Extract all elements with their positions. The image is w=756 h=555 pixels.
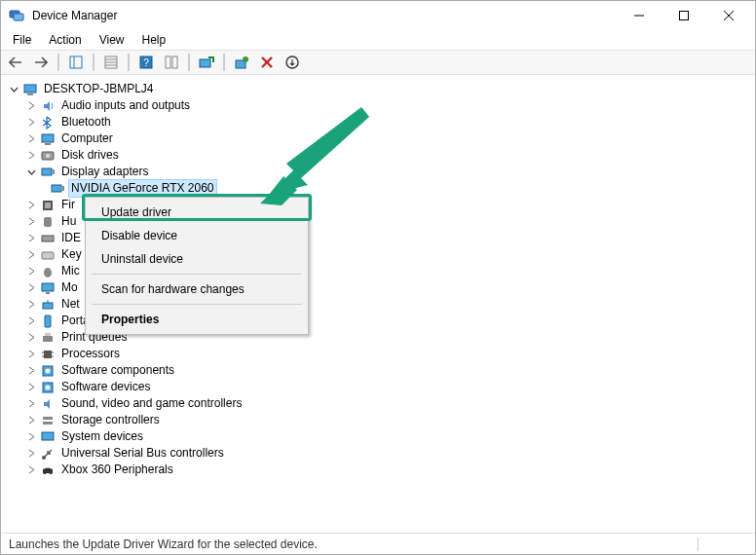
tree-category[interactable]: Software components: [7, 362, 755, 379]
svg-point-18: [243, 56, 248, 62]
expand-icon[interactable]: [24, 281, 38, 295]
properties-button[interactable]: [100, 52, 122, 73]
maximize-button[interactable]: [662, 1, 706, 30]
menu-action[interactable]: Action: [41, 31, 89, 49]
toolbar-separator: [93, 54, 94, 71]
expand-icon[interactable]: [24, 99, 38, 113]
app-icon: [9, 8, 24, 23]
expand-icon[interactable]: [24, 199, 38, 212]
context-menu-separator: [92, 274, 302, 275]
svg-point-53: [46, 385, 51, 389]
expand-icon[interactable]: [24, 116, 38, 130]
context-menu-uninstall-device[interactable]: Uninstall device: [88, 247, 306, 271]
svg-rect-55: [43, 422, 53, 425]
svg-rect-42: [45, 315, 51, 327]
svg-rect-23: [27, 93, 33, 95]
svg-rect-44: [45, 333, 51, 336]
expand-icon[interactable]: [24, 215, 38, 229]
ide-icon: [40, 231, 56, 246]
root-label: DESKTOP-JBMPLJ4: [42, 81, 155, 97]
minimize-button[interactable]: [617, 1, 662, 30]
expand-icon[interactable]: [24, 314, 38, 328]
expand-icon[interactable]: [24, 132, 38, 146]
expand-icon[interactable]: [24, 248, 38, 262]
svg-rect-33: [45, 203, 51, 208]
device-tree[interactable]: DESKTOP-JBMPLJ4 Audio inputs and outputs…: [1, 75, 755, 533]
svg-rect-39: [46, 292, 50, 294]
expand-icon[interactable]: [24, 348, 38, 361]
tree-category-display-adapters[interactable]: Display adapters: [7, 164, 755, 180]
software-icon: [40, 380, 56, 395]
collapse-icon[interactable]: [24, 166, 38, 179]
menu-help[interactable]: Help: [134, 31, 174, 49]
toolbar-separator: [57, 54, 59, 71]
tree-category[interactable]: Disk drives: [7, 147, 755, 164]
expand-icon[interactable]: [24, 430, 38, 444]
forward-button[interactable]: [30, 52, 52, 73]
context-menu-update-driver[interactable]: Update driver: [88, 201, 306, 224]
close-button[interactable]: [706, 1, 751, 30]
expand-icon[interactable]: [24, 463, 38, 477]
mouse-icon: [40, 264, 56, 279]
software-icon: [40, 363, 56, 379]
menubar: File Action View Help: [1, 30, 755, 50]
disk-icon: [40, 148, 56, 164]
svg-rect-14: [166, 56, 170, 68]
tree-category[interactable]: Universal Serial Bus controllers: [7, 445, 755, 462]
back-button[interactable]: [5, 52, 26, 73]
svg-rect-29: [53, 169, 55, 174]
expand-icon[interactable]: [24, 298, 38, 312]
svg-rect-35: [42, 236, 54, 241]
tree-device-gpu[interactable]: NVIDIA GeForce RTX 2060: [7, 180, 755, 197]
device-manager-window: Device Manager File Action View Help ?: [0, 0, 756, 555]
tree-category[interactable]: Storage controllers: [7, 412, 755, 428]
tree-category[interactable]: Sound, video and game controllers: [7, 395, 755, 412]
expand-icon[interactable]: [24, 381, 38, 394]
status-text: Launches the Update Driver Wizard for th…: [9, 537, 318, 551]
tree-category[interactable]: Xbox 360 Peripherals: [7, 462, 755, 478]
window-title: Device Manager: [32, 9, 117, 22]
uninstall-button[interactable]: [256, 52, 278, 73]
expand-icon[interactable]: [24, 364, 38, 378]
expand-icon[interactable]: [24, 414, 38, 427]
svg-rect-43: [43, 336, 53, 342]
svg-rect-34: [44, 217, 52, 227]
tree-category[interactable]: Software devices: [7, 379, 755, 395]
svg-rect-45: [44, 351, 52, 358]
toolbar-separator: [128, 54, 130, 71]
statusbar: Launches the Update Driver Wizard for th…: [1, 533, 755, 554]
collapse-icon[interactable]: [7, 83, 20, 96]
context-menu-separator: [92, 304, 302, 305]
tree-category[interactable]: Computer: [7, 130, 755, 147]
context-menu-scan-hardware[interactable]: Scan for hardware changes: [88, 278, 306, 301]
show-hide-tree-button[interactable]: [65, 52, 87, 73]
expand-icon[interactable]: [24, 149, 38, 163]
tree-category[interactable]: Processors: [7, 346, 755, 362]
processor-icon: [40, 347, 56, 362]
scan-hardware-button[interactable]: [231, 52, 252, 73]
help-button[interactable]: ?: [135, 52, 157, 73]
menu-file[interactable]: File: [5, 31, 39, 49]
menu-view[interactable]: View: [92, 31, 132, 49]
update-driver-button[interactable]: [196, 52, 217, 73]
svg-rect-3: [680, 12, 689, 20]
expand-icon[interactable]: [24, 265, 38, 278]
tree-category[interactable]: Audio inputs and outputs: [7, 97, 755, 114]
context-menu-properties[interactable]: Properties: [88, 308, 306, 331]
tree-root[interactable]: DESKTOP-JBMPLJ4: [7, 81, 755, 97]
expand-icon[interactable]: [24, 232, 38, 245]
tree-category[interactable]: System devices: [7, 428, 755, 445]
computer-icon: [40, 131, 56, 147]
toolbar-icon[interactable]: [161, 52, 182, 73]
expand-icon[interactable]: [24, 447, 38, 461]
svg-rect-56: [42, 432, 54, 440]
context-menu-disable-device[interactable]: Disable device: [88, 224, 306, 247]
hid-icon: [40, 214, 56, 230]
tree-category[interactable]: Bluetooth: [7, 114, 755, 130]
storage-icon: [40, 413, 56, 428]
disable-button[interactable]: [282, 52, 303, 73]
expand-icon[interactable]: [24, 397, 38, 411]
gpu-label: NVIDIA GeForce RTX 2060: [69, 180, 216, 197]
bluetooth-icon: [40, 115, 56, 130]
expand-icon[interactable]: [24, 331, 38, 345]
